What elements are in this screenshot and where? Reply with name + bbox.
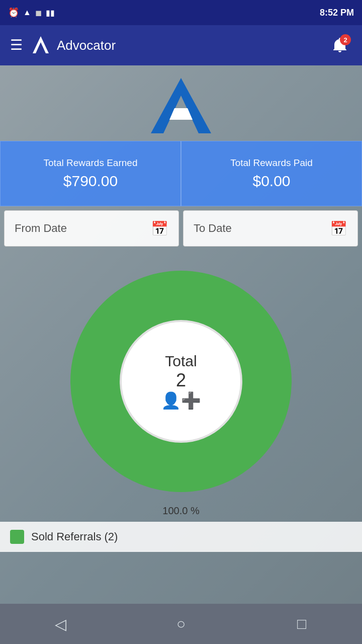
- status-bar: ⏰ ▲ ◼ ▮▮ 8:52 PM: [0, 0, 362, 25]
- add-user-icon: 👤➕: [161, 391, 201, 410]
- rewards-earned-amount: $790.00: [63, 173, 118, 190]
- battery-icon: ▮▮: [46, 8, 55, 18]
- status-icons: ⏰ ▲ ◼ ▮▮: [8, 7, 320, 18]
- legend-label-sold-referrals: Sold Referrals (2): [31, 530, 118, 543]
- wifi-icon: ▲: [23, 8, 31, 17]
- from-date-picker[interactable]: From Date 📅: [4, 210, 179, 247]
- main-content: Total Rewards Earned $790.00 Total Rewar…: [0, 65, 362, 644]
- donut-total-value: 2: [176, 370, 186, 391]
- status-time: 8:52 PM: [320, 8, 354, 18]
- header-logo-icon: [31, 35, 51, 55]
- app-title: Advocator: [57, 38, 328, 53]
- rewards-earned-card: Total Rewards Earned $790.00: [0, 141, 181, 206]
- to-date-label: To Date: [194, 222, 232, 235]
- legend-area: Sold Referrals (2): [0, 522, 362, 552]
- app-header: ☰ Advocator 2: [0, 25, 362, 65]
- date-filter-row: From Date 📅 To Date 📅: [0, 206, 362, 251]
- svg-marker-2: [151, 78, 211, 133]
- from-date-calendar-icon: 📅: [151, 220, 168, 237]
- logo-area: [0, 65, 362, 141]
- notification-badge: 2: [340, 34, 351, 45]
- donut-chart: Total 2 👤➕: [60, 261, 302, 502]
- status-time-area: 8:52 PM: [320, 8, 354, 18]
- rewards-paid-label: Total Rewards Paid: [230, 157, 313, 169]
- notification-button[interactable]: 2: [328, 33, 352, 57]
- from-date-label: From Date: [15, 222, 67, 235]
- donut-total-label: Total: [165, 353, 197, 370]
- rewards-row: Total Rewards Earned $790.00 Total Rewar…: [0, 141, 362, 206]
- donut-center: Total 2 👤➕: [126, 326, 236, 437]
- rewards-paid-amount: $0.00: [252, 173, 290, 190]
- clock-icon: ⏰: [8, 7, 19, 18]
- svg-marker-0: [33, 36, 49, 53]
- rewards-earned-label: Total Rewards Earned: [44, 157, 138, 169]
- chart-percentage: 100.0 %: [162, 505, 199, 517]
- signal-icon: ◼: [35, 8, 42, 18]
- to-date-picker[interactable]: To Date 📅: [183, 210, 358, 247]
- rewards-paid-card: Total Rewards Paid $0.00: [181, 141, 362, 206]
- to-date-calendar-icon: 📅: [330, 220, 347, 237]
- legend-dot-sold-referrals: [10, 530, 24, 544]
- chart-area: Total 2 👤➕ 100.0 %: [0, 251, 362, 522]
- menu-button[interactable]: ☰: [10, 38, 23, 52]
- main-logo-icon: [148, 75, 214, 136]
